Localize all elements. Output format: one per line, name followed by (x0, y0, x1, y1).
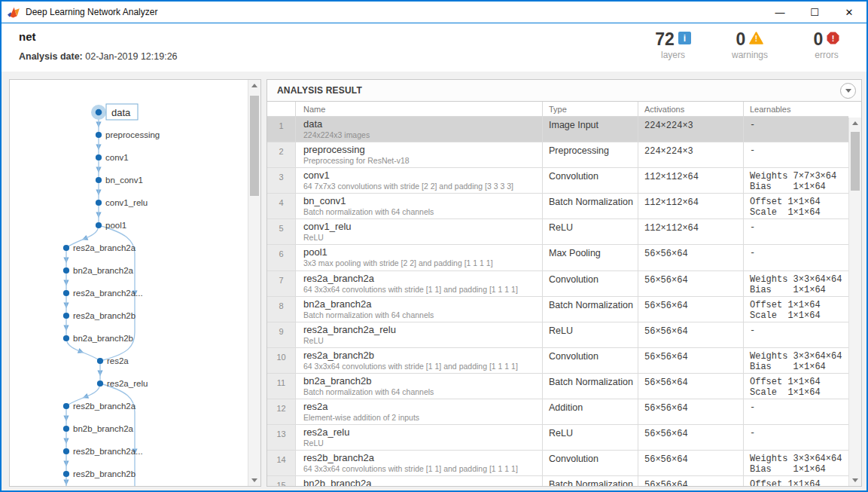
layer-name: res2a_relu (303, 426, 538, 439)
svg-text:!: ! (755, 35, 757, 43)
layer-learnables: - (744, 425, 848, 450)
layer-name-cell: data 224x224x3 images (296, 117, 543, 142)
table-row[interactable]: 8 bn2a_branch2a Batch normalization with… (267, 297, 848, 322)
layer-learnables: - (744, 399, 848, 424)
layer-description: 64 3x3x64 convolutions with stride [1 1]… (303, 362, 538, 371)
layer-learnables: - (744, 219, 848, 244)
table-row[interactable]: 14 res2b_branch2a 64 3x3x64 convolutions… (267, 451, 848, 476)
layer-learnables: Offset 1×1×64 Scale 1×1×64 (744, 194, 848, 218)
layer-learnables: Offset 1×1×64 (744, 476, 848, 486)
layer-type: Addition (543, 399, 638, 424)
graph-node[interactable] (96, 154, 102, 160)
layer-description: ReLU (303, 233, 538, 242)
graph-node-label[interactable]: bn2a_branch2a (73, 266, 134, 275)
graph-node-label[interactable]: res2a_branch2a... (73, 289, 143, 298)
scroll-down-icon[interactable] (251, 478, 257, 482)
layer-learnables: - (744, 322, 848, 347)
error-icon: ! (827, 32, 839, 44)
col-header-activations: Activations (638, 102, 744, 116)
graph-node-label[interactable]: res2b_branch2a (73, 402, 136, 411)
layer-description: ReLU (303, 336, 538, 345)
errors-stat: 0 ! errors (805, 29, 848, 60)
layer-name-cell: preprocessing Preprocessing for ResNet-v… (296, 142, 543, 167)
analysis-date: Analysis date: 02-Jan-2019 12:19:26 (19, 51, 178, 62)
table-row[interactable]: 4 bn_conv1 Batch normalization with 64 c… (267, 194, 848, 219)
graph-node-label[interactable]: res2b_branch2b (73, 469, 136, 478)
table-row[interactable]: 10 res2a_branch2b 64 3x3x64 convolutions… (267, 348, 848, 374)
graph-node-label[interactable]: preprocessing (105, 130, 160, 139)
table-row[interactable]: 11 bn2a_branch2b Batch normalization wit… (267, 374, 848, 399)
table-row[interactable]: 12 res2a Element-wise addition of 2 inpu… (267, 399, 848, 425)
scroll-down-icon[interactable] (852, 478, 858, 482)
graph-node[interactable] (63, 448, 69, 454)
graph-node[interactable] (63, 426, 69, 432)
layer-name-cell: bn2a_branch2b Batch normalization with 6… (296, 374, 543, 399)
graph-node-label[interactable]: res2a_branch2a (73, 243, 136, 252)
layer-activations: 56×56×64 (638, 476, 744, 486)
graph-node-label[interactable]: bn2a_branch2b (73, 334, 133, 343)
row-number: 8 (267, 297, 296, 322)
layer-name-cell: res2b_branch2a 64 3x3x64 convolutions wi… (296, 451, 543, 475)
graph-scrollbar[interactable] (248, 80, 260, 486)
panel-title: ANALYSIS RESULT (267, 85, 362, 96)
maximize-icon[interactable]: ☐ (797, 2, 832, 23)
layer-type: Convolution (543, 271, 638, 296)
row-number: 3 (267, 168, 296, 193)
layer-name: pool1 (303, 246, 538, 258)
graph-node[interactable] (97, 358, 103, 364)
graph-node[interactable] (63, 471, 69, 477)
layer-type: Max Pooling (543, 245, 638, 270)
table-row[interactable]: 13 res2a_relu ReLU ReLU 56×56×64 - (267, 425, 848, 451)
layer-learnables: - (744, 245, 848, 270)
scroll-up-icon[interactable] (852, 121, 858, 125)
minimize-icon[interactable]: — (763, 2, 797, 23)
graph-node-label[interactable]: bn_conv1 (105, 176, 143, 185)
graph-node-label[interactable]: res2a_relu (107, 379, 148, 388)
layer-name: bn2a_branch2b (303, 375, 538, 387)
table-row[interactable]: 2 preprocessing Preprocessing for ResNet… (267, 142, 848, 168)
graph-node[interactable] (63, 290, 69, 296)
table-row[interactable]: 6 pool1 3x3 max pooling with stride [2 2… (267, 245, 848, 270)
graph-node-label[interactable]: res2b_branch2a... (73, 447, 143, 456)
graph-node[interactable] (63, 335, 69, 341)
graph-node[interactable] (96, 132, 102, 138)
graph-node[interactable] (63, 313, 69, 319)
graph-node[interactable] (96, 200, 102, 206)
graph-node-label[interactable]: res2a_branch2b (73, 311, 136, 320)
chevron-down-icon (845, 89, 851, 93)
graph-node-label[interactable]: bn2b_branch2a (73, 424, 134, 433)
table-row[interactable]: 9 res2a_branch2a_relu ReLU ReLU 56×56×64… (267, 322, 848, 348)
table-row[interactable]: 3 conv1 64 7x7x3 convolutions with strid… (267, 168, 848, 194)
graph-node[interactable] (96, 109, 102, 116)
network-graph-panel: datapreprocessingconv1bn_conv1conv1_relu… (9, 79, 261, 487)
col-header-learnables: Learnables (744, 102, 848, 116)
graph-node[interactable] (96, 177, 102, 183)
table-row[interactable]: 7 res2a_branch2a 64 3x3x64 convolutions … (267, 271, 848, 297)
table-row[interactable]: 15 bn2b_branch2a Batch Normalization 56×… (267, 476, 848, 486)
layers-count: 72 (655, 29, 675, 49)
graph-node[interactable] (63, 267, 69, 274)
graph-node[interactable] (63, 245, 69, 251)
table-scrollbar[interactable] (848, 118, 861, 486)
table-row[interactable]: 1 data 224x224x3 images Image Input 224×… (267, 117, 848, 142)
graph-node-label[interactable]: pool1 (105, 221, 126, 230)
graph-node-label[interactable]: data (111, 107, 131, 118)
table-scrollbar-thumb[interactable] (851, 132, 860, 191)
graph-node-label[interactable]: res2a (107, 356, 129, 365)
layer-activations: 224×224×3 (638, 117, 744, 142)
graph-node-label[interactable]: conv1_relu (105, 198, 148, 207)
graph-node[interactable] (63, 403, 69, 409)
layers-label: layers (651, 50, 695, 60)
scroll-up-icon[interactable] (251, 84, 257, 87)
graph-scrollbar-thumb[interactable] (250, 96, 259, 196)
layer-activations: 56×56×64 (638, 374, 744, 399)
graph-node[interactable] (96, 222, 102, 228)
graph-node[interactable] (97, 380, 103, 387)
table-row[interactable]: 5 conv1_relu ReLU ReLU 112×112×64 - (267, 219, 848, 245)
close-icon[interactable]: ✕ (832, 2, 866, 23)
info-icon[interactable]: i (678, 32, 691, 44)
graph-node-label[interactable]: conv1 (105, 153, 129, 162)
layer-name-cell: bn2b_branch2a (296, 476, 543, 486)
collapse-panel-button[interactable] (840, 83, 856, 99)
layer-learnables: - (744, 142, 848, 167)
